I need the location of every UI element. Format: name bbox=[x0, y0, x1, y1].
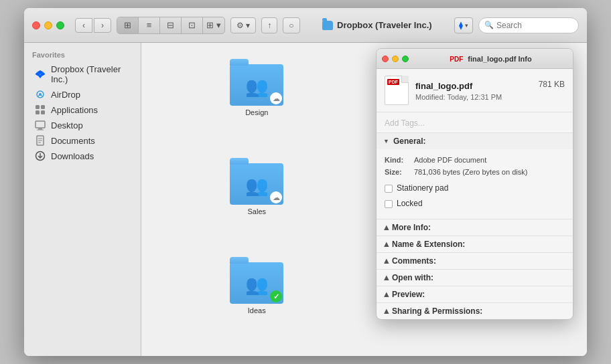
search-icon: 🔍 bbox=[484, 21, 494, 29]
sidebar-item-applications[interactable]: Applications bbox=[27, 102, 138, 117]
search-input[interactable] bbox=[496, 21, 573, 30]
group-view-button[interactable]: ⊞ ▾ bbox=[203, 17, 224, 33]
general-section-content: Kind: Adobe PDF document Size: 781,036 b… bbox=[377, 149, 573, 219]
sidebar-item-airdrop[interactable]: AirDrop bbox=[27, 87, 138, 102]
info-maximize-button[interactable] bbox=[402, 56, 409, 62]
sidebar-documents-label: Documents bbox=[51, 136, 95, 146]
svg-rect-9 bbox=[41, 110, 45, 114]
traffic-lights bbox=[32, 21, 64, 29]
search-bar[interactable]: 🔍 bbox=[478, 17, 579, 33]
sidebar-dropbox-label: Dropbox (Traveler Inc.) bbox=[51, 64, 130, 84]
svg-rect-7 bbox=[41, 105, 45, 109]
tags-placeholder: Add Tags... bbox=[385, 118, 425, 128]
info-file-name-row: final_logo.pdf 781 KB bbox=[415, 80, 565, 92]
finder-window: ‹ › ⊞ ≡ ⊟ ⊡ ⊞ ▾ ⚙ ▾ ↑ ○ Dropbox (Travele… bbox=[24, 8, 587, 356]
size-value: 781,036 bytes (Zero bytes on disk) bbox=[414, 167, 527, 179]
more-info-section[interactable]: ▶ More Info: bbox=[377, 219, 573, 236]
preview-section[interactable]: ▶ Preview: bbox=[377, 286, 573, 303]
sidebar-item-downloads[interactable]: Downloads bbox=[27, 149, 138, 163]
view-mode-buttons: ⊞ ≡ ⊟ ⊡ ⊞ ▾ bbox=[117, 17, 225, 34]
info-title-bar: PDF final_logo.pdf Info bbox=[377, 49, 573, 69]
downloads-icon bbox=[35, 151, 46, 161]
locked-checkbox[interactable] bbox=[385, 200, 393, 208]
cover-view-button[interactable]: ⊡ bbox=[182, 17, 203, 33]
list-item[interactable]: 👥 ✓ Ideas bbox=[152, 252, 362, 345]
triangle-icon: ▶ bbox=[383, 258, 389, 263]
more-info-label: More Info: bbox=[392, 223, 431, 232]
svg-rect-6 bbox=[36, 105, 40, 109]
triangle-icon: ▶ bbox=[383, 275, 389, 280]
maximize-button[interactable] bbox=[56, 21, 64, 29]
size-label: Size: bbox=[385, 167, 411, 179]
locked-label: Locked bbox=[397, 197, 423, 210]
window-title-area: Dropbox (Traveler Inc.) bbox=[306, 20, 449, 30]
folder-person-icon: 👥 bbox=[245, 274, 269, 296]
folder-icon-ideas: 👥 ✓ bbox=[230, 257, 283, 304]
triangle-icon: ▶ bbox=[383, 225, 389, 230]
desktop-icon bbox=[35, 120, 46, 130]
svg-rect-11 bbox=[38, 128, 42, 130]
folder-icon-sales: 👥 ☁ bbox=[230, 158, 283, 205]
general-section: ▼ General: Kind: Adobe PDF document Size… bbox=[377, 133, 573, 219]
triangle-icon: ▶ bbox=[383, 292, 389, 296]
info-file-name: final_logo.pdf bbox=[415, 81, 472, 91]
open-with-section[interactable]: ▶ Open with: bbox=[377, 270, 573, 286]
file-name-ideas: Ideas bbox=[248, 306, 266, 314]
share-button[interactable]: ↑ bbox=[261, 17, 277, 33]
sidebar-downloads-label: Downloads bbox=[51, 151, 94, 161]
dropbox-button[interactable]: ⧫ ▾ bbox=[454, 17, 473, 33]
tag-button[interactable]: ○ bbox=[283, 17, 299, 33]
minimize-button[interactable] bbox=[44, 21, 52, 29]
pdf-title-icon: PDF bbox=[450, 56, 463, 63]
svg-rect-8 bbox=[36, 110, 40, 114]
sidebar-item-desktop[interactable]: Desktop bbox=[27, 118, 138, 132]
window-title: Dropbox (Traveler Inc.) bbox=[337, 20, 432, 30]
sharing-permissions-section[interactable]: ▶ Sharing & Permissions: bbox=[377, 303, 573, 319]
info-panel-title: PDF final_logo.pdf Info bbox=[414, 55, 567, 63]
back-button[interactable]: ‹ bbox=[75, 18, 92, 33]
sidebar-airdrop-label: AirDrop bbox=[51, 90, 80, 100]
pdf-icon-small bbox=[385, 76, 409, 105]
list-item[interactable]: 👥 ☁ Design bbox=[152, 54, 362, 147]
tags-field[interactable]: Add Tags... bbox=[377, 112, 573, 133]
list-view-button[interactable]: ≡ bbox=[139, 17, 160, 33]
stationery-row[interactable]: Stationery pad bbox=[385, 182, 565, 195]
column-view-button[interactable]: ⊟ bbox=[160, 17, 182, 33]
title-bar: ‹ › ⊞ ≡ ⊟ ⊡ ⊞ ▾ ⚙ ▾ ↑ ○ Dropbox (Travele… bbox=[24, 8, 587, 43]
name-extension-label: Name & Extension: bbox=[392, 240, 465, 249]
open-with-label: Open with: bbox=[392, 273, 433, 282]
locked-row[interactable]: Locked bbox=[385, 197, 565, 210]
forward-button[interactable]: › bbox=[94, 18, 111, 33]
info-traffic-lights bbox=[382, 56, 409, 62]
kind-row: Kind: Adobe PDF document bbox=[385, 155, 565, 167]
stationery-checkbox[interactable] bbox=[385, 185, 393, 193]
action-button[interactable]: ⚙ ▾ bbox=[230, 17, 256, 33]
info-minimize-button[interactable] bbox=[392, 56, 399, 62]
size-row: Size: 781,036 bytes (Zero bytes on disk) bbox=[385, 167, 565, 179]
documents-icon bbox=[35, 135, 46, 146]
info-panel: PDF final_logo.pdf Info final_logo.pdf 7… bbox=[376, 48, 573, 320]
sidebar: Favorites Dropbox (Traveler Inc.) AirDro… bbox=[24, 43, 141, 356]
name-extension-section[interactable]: ▶ Name & Extension: bbox=[377, 236, 573, 253]
nav-buttons: ‹ › bbox=[75, 18, 111, 33]
general-section-header[interactable]: ▼ General: bbox=[377, 133, 573, 149]
dropbox-icon bbox=[35, 69, 46, 80]
comments-section[interactable]: ▶ Comments: bbox=[377, 253, 573, 270]
icon-view-button[interactable]: ⊞ bbox=[117, 17, 139, 33]
svg-rect-10 bbox=[36, 121, 45, 128]
sidebar-item-dropbox[interactable]: Dropbox (Traveler Inc.) bbox=[27, 62, 138, 86]
general-section-label: General: bbox=[393, 136, 426, 146]
list-item[interactable]: 👥 ☁ Sales bbox=[152, 153, 362, 246]
sidebar-favorites-label: Favorites bbox=[24, 48, 141, 62]
kind-label: Kind: bbox=[385, 155, 411, 167]
info-modified: Modified: Today, 12:31 PM bbox=[415, 93, 565, 101]
svg-rect-12 bbox=[37, 130, 44, 130]
close-button[interactable] bbox=[32, 21, 40, 29]
preview-label: Preview: bbox=[392, 290, 425, 299]
triangle-icon: ▶ bbox=[383, 308, 389, 313]
checkboxes: Stationery pad Locked bbox=[385, 182, 565, 210]
stationery-label: Stationery pad bbox=[397, 182, 448, 195]
sidebar-item-documents[interactable]: Documents bbox=[27, 133, 138, 148]
info-close-button[interactable] bbox=[382, 56, 389, 62]
file-name-design: Design bbox=[245, 108, 268, 116]
